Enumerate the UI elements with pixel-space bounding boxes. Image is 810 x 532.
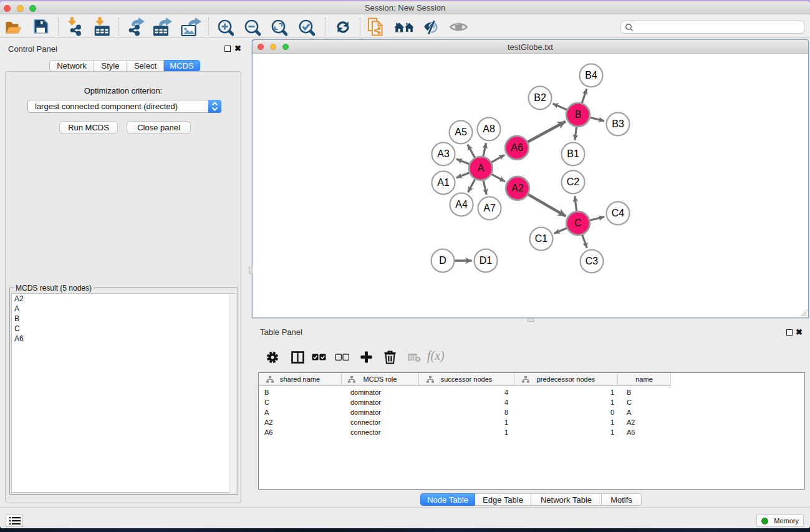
svg-text:C1: C1 xyxy=(535,233,548,244)
svg-text:C: C xyxy=(574,218,582,228)
svg-text:B3: B3 xyxy=(612,118,624,129)
svg-text:A8: A8 xyxy=(483,123,495,134)
svg-text:B: B xyxy=(575,109,582,120)
svg-text:C2: C2 xyxy=(567,177,580,187)
svg-text:C3: C3 xyxy=(586,256,599,266)
svg-text:A7: A7 xyxy=(483,203,496,213)
svg-text:A4: A4 xyxy=(455,199,468,210)
svg-text:A2: A2 xyxy=(511,183,524,193)
svg-text:A: A xyxy=(478,163,485,173)
svg-text:B2: B2 xyxy=(534,92,546,103)
svg-text:D1: D1 xyxy=(480,255,493,266)
svg-text:B1: B1 xyxy=(567,148,579,159)
svg-text:A3: A3 xyxy=(437,148,450,159)
svg-text:C4: C4 xyxy=(612,208,625,218)
svg-text:D: D xyxy=(439,255,446,266)
svg-text:B4: B4 xyxy=(585,70,597,80)
svg-text:A5: A5 xyxy=(455,127,467,137)
svg-text:A1: A1 xyxy=(437,177,450,188)
svg-text:A6: A6 xyxy=(511,142,523,153)
